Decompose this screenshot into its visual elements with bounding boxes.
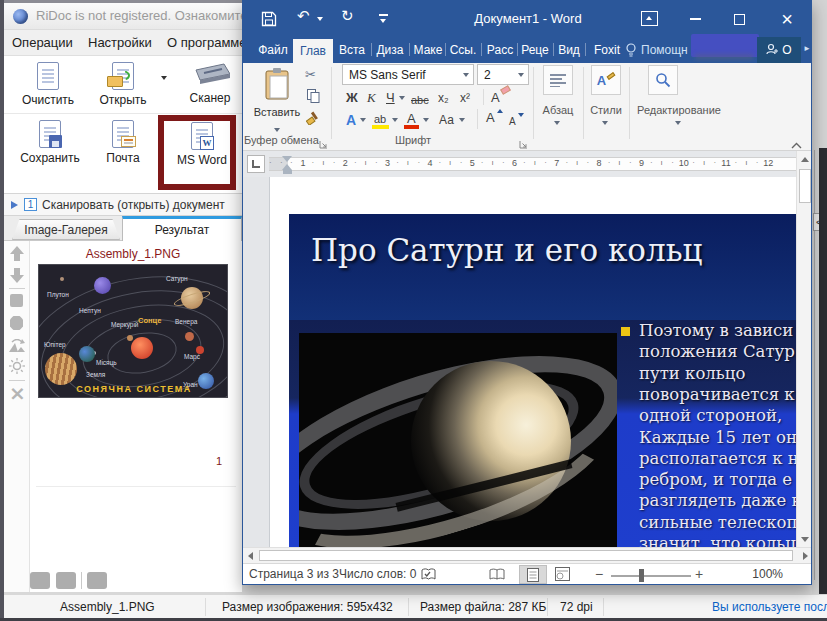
menu-operations[interactable]: Операции: [12, 35, 73, 50]
left-indent-marker[interactable]: [283, 170, 292, 174]
proofing-icon[interactable]: [421, 567, 436, 585]
zoom-in-button[interactable]: +: [695, 566, 703, 582]
scroll-left-button[interactable]: [243, 548, 257, 563]
print-layout-icon[interactable]: [519, 565, 547, 584]
change-case-caret[interactable]: [459, 118, 465, 122]
ribbon-tab-9[interactable]: Foxit: [587, 37, 627, 63]
highlight-caret[interactable]: [392, 118, 398, 122]
status-notice-link[interactable]: Вы используете послед: [712, 600, 827, 614]
share-button[interactable]: О: [757, 37, 801, 63]
mail-button[interactable]: Почта: [94, 120, 152, 165]
scroll-down-button[interactable]: [797, 531, 812, 547]
move-down-button[interactable]: [10, 268, 24, 283]
lightbulb-icon[interactable]: [625, 43, 637, 62]
text-effects-button[interactable]: А: [346, 110, 356, 130]
hscroll-thumb[interactable]: [259, 550, 793, 561]
cut-icon[interactable]: ✂: [305, 67, 316, 82]
grow-font-button[interactable]: А: [486, 108, 495, 128]
slide-image[interactable]: Про Сатурн и его кольц Поэтому в зависип…: [289, 214, 796, 547]
brightness-icon[interactable]: [9, 358, 25, 374]
tab-selector-button[interactable]: [247, 155, 265, 173]
menu-about[interactable]: О программе: [167, 35, 247, 50]
editing-group-button[interactable]: [648, 65, 678, 95]
text-effects-caret[interactable]: [360, 118, 366, 122]
styles-group-caret[interactable]: [602, 121, 608, 125]
ribbon-tab-7[interactable]: Реце: [519, 37, 551, 63]
ribbon-tab-4[interactable]: Маке: [411, 37, 445, 63]
tab-result[interactable]: Результат: [122, 216, 242, 241]
font-name-combobox[interactable]: MS Sans Serif: [342, 64, 474, 85]
ribbon-display-options-icon[interactable]: [641, 11, 658, 26]
font-size-caret[interactable]: [518, 73, 524, 77]
page-thumb-small[interactable]: [56, 572, 76, 589]
editing-group-caret[interactable]: [675, 121, 681, 125]
zoom-out-button[interactable]: −: [595, 566, 603, 582]
shape-tool-icon[interactable]: [10, 316, 23, 330]
customize-qat-caret[interactable]: [380, 19, 386, 23]
close-button[interactable]: ×: [761, 1, 812, 37]
scanned-image-thumbnail[interactable]: ПлутонНептунСатурнМеркурійСонцеВенераЮпі…: [38, 264, 228, 398]
page-indicator[interactable]: Страница 3 из 3: [249, 567, 339, 581]
menu-settings[interactable]: Настройки: [88, 35, 152, 50]
vertical-scrollbar[interactable]: [796, 151, 812, 547]
undo-dropdown-caret[interactable]: [317, 17, 323, 21]
strikethrough-button[interactable]: abc: [411, 90, 429, 110]
font-name-caret[interactable]: [463, 73, 469, 77]
shrink-font-button[interactable]: А: [509, 112, 516, 132]
redo-icon[interactable]: ↻: [341, 7, 354, 25]
clear-button[interactable]: Очистить: [14, 62, 82, 107]
slide-body: Поэтому в зависиположения Сатурпути коль…: [289, 320, 796, 547]
tab-image-gallery[interactable]: Image-Галерея: [12, 219, 120, 240]
zoom-slider-track[interactable]: [611, 575, 691, 577]
web-layout-icon[interactable]: [555, 567, 570, 584]
move-up-button[interactable]: [10, 246, 24, 261]
ribbon-tab-5[interactable]: Ссы.: [447, 37, 479, 63]
maximize-button[interactable]: [719, 1, 759, 37]
rotate-image-icon[interactable]: [9, 338, 25, 351]
format-painter-icon[interactable]: [306, 111, 320, 129]
copy-icon[interactable]: [307, 89, 320, 107]
tell-me-label[interactable]: Помощн: [641, 43, 688, 57]
customize-qat-icon[interactable]: [379, 14, 388, 16]
ribbon-tab-2[interactable]: Вста: [335, 37, 369, 63]
read-mode-icon[interactable]: [489, 568, 505, 584]
font-size-combobox[interactable]: 2: [477, 64, 529, 85]
ribbon-tab-8[interactable]: Вид: [555, 37, 583, 63]
scanner-button[interactable]: Сканер: [179, 62, 241, 105]
open-dropdown-caret[interactable]: [161, 76, 167, 80]
word-count[interactable]: Число слов: 0: [339, 567, 416, 581]
page-thumb-small[interactable]: [30, 572, 50, 589]
open-button[interactable]: Открыть: [90, 62, 156, 107]
bold-button[interactable]: Ж: [346, 88, 358, 108]
paragraph-group-button[interactable]: [543, 65, 573, 95]
change-case-button[interactable]: Аа: [439, 110, 454, 130]
superscript-button[interactable]: x²: [460, 88, 470, 108]
italic-button[interactable]: К: [367, 88, 376, 108]
clear-formatting-button[interactable]: А: [491, 88, 500, 108]
styles-group-button[interactable]: А: [591, 65, 621, 95]
subscript-button[interactable]: x₂: [438, 88, 449, 108]
save-icon[interactable]: [261, 11, 277, 31]
scan-action-bar[interactable]: 1 Сканировать (открыть) документ: [4, 193, 242, 216]
delete-icon[interactable]: ×: [9, 381, 26, 405]
scroll-right-button[interactable]: [798, 548, 812, 563]
undo-icon[interactable]: ↶: [297, 7, 310, 25]
save-button[interactable]: Сохранить: [14, 120, 86, 165]
ruler-strip[interactable]: ···1·ı·2·ı·3·ı·4·ı·5·ı·6·ı·7·ı·8·ı·9·ı·1…: [269, 154, 796, 174]
overflow-chevron-icon[interactable]: ►: [803, 44, 811, 53]
minimize-button[interactable]: [675, 1, 715, 37]
horizontal-scrollbar[interactable]: [243, 547, 812, 563]
ribbon-tab-3[interactable]: Диза: [373, 37, 407, 63]
scroll-thumb[interactable]: [799, 169, 811, 203]
scroll-up-button[interactable]: [797, 151, 812, 167]
underline-caret[interactable]: [399, 96, 405, 100]
zoom-slider-thumb[interactable]: [639, 569, 644, 582]
underline-button[interactable]: Ч: [386, 88, 395, 108]
zoom-percentage[interactable]: 100%: [723, 567, 783, 581]
font-color-caret[interactable]: [423, 118, 429, 122]
page-thumb-small[interactable]: [87, 572, 107, 589]
ribbon-tab-6[interactable]: Расс: [483, 37, 517, 63]
paste-button[interactable]: Вставить: [253, 65, 301, 137]
crop-tool-icon[interactable]: [10, 294, 23, 307]
paragraph-group-caret[interactable]: [554, 121, 560, 125]
